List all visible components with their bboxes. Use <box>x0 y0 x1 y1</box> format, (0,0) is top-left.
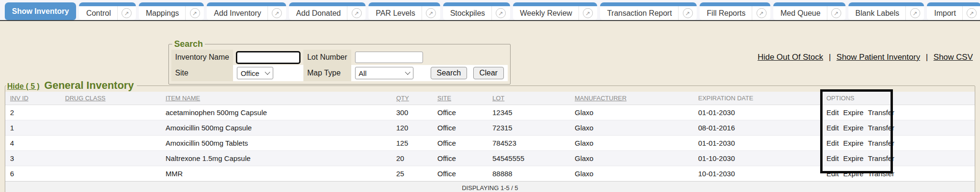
expire-link[interactable]: Expire <box>843 139 864 147</box>
cell-item-name: Amoxicillin 500mg Capsule <box>161 120 391 136</box>
edit-link[interactable]: Edit <box>826 154 839 162</box>
transfer-link[interactable]: Transfer <box>868 124 894 132</box>
tab-label: Import <box>927 9 962 18</box>
tab-control[interactable]: Control ↗ <box>79 2 136 20</box>
cell-item-name: acetaminophen 500mg Capsule <box>161 105 391 120</box>
transfer-link[interactable]: Transfer <box>868 154 894 162</box>
cell-item-name: Amoxicillin 500mg Tablets <box>161 136 391 151</box>
tab-label: Transaction Report <box>600 9 678 18</box>
cell-options: Edit Expire Transfer <box>822 166 975 181</box>
external-link-icon[interactable]: ↗ <box>827 6 846 20</box>
table-footer-row: DISPLAYING 1-5 / 5 <box>5 181 975 192</box>
tab-mappings[interactable]: Mappings ↗ <box>139 2 204 20</box>
expire-link[interactable]: Expire <box>843 108 864 117</box>
cell-drug-class <box>60 136 161 151</box>
column-header-options: OPTIONS <box>822 92 975 105</box>
tab-show-inventory[interactable]: Show Inventory <box>5 2 76 20</box>
cell-item-name: Naltrexone 1.5mg Capsule <box>161 151 391 166</box>
cell-drug-class <box>60 120 161 136</box>
inventory-table: INV ID DRUG CLASS ITEM NAME QTY SITE LOT… <box>5 92 975 192</box>
cell-expiration-date: 08-01-2016 <box>693 120 822 136</box>
transfer-link[interactable]: Transfer <box>868 108 894 117</box>
tab-blank-labels[interactable]: Blank Labels ↗ <box>848 2 924 20</box>
tab-transaction-report[interactable]: Transaction Report ↗ <box>600 2 697 20</box>
view-links: Hide Out Of Stock | Show Patient Invento… <box>757 53 973 62</box>
map-type-label: Map Type <box>303 65 351 81</box>
site-label: Site <box>171 65 233 81</box>
cell-expiration-date: 01-10-2030 <box>693 151 822 166</box>
cell-drug-class <box>60 151 161 166</box>
column-header-inv-id[interactable]: INV ID <box>5 92 60 105</box>
link-separator: | <box>829 53 831 62</box>
cell-site: Office <box>433 105 488 120</box>
hide-out-of-stock-link[interactable]: Hide Out Of Stock <box>757 53 823 62</box>
hide-section-link[interactable]: Hide ( 5 ) <box>7 82 40 91</box>
column-header-lot[interactable]: LOT <box>488 92 570 105</box>
transfer-link[interactable]: Transfer <box>868 139 894 147</box>
tab-label: Blank Labels <box>848 9 906 18</box>
show-csv-link[interactable]: Show CSV <box>934 53 973 62</box>
table-header-row: INV ID DRUG CLASS ITEM NAME QTY SITE LOT… <box>5 92 975 105</box>
lot-number-input[interactable] <box>355 52 423 63</box>
tab-par-levels[interactable]: PAR Levels ↗ <box>368 2 440 20</box>
column-header-manufacturer[interactable]: MANUFACTURER <box>570 92 693 105</box>
external-link-icon[interactable]: ↗ <box>186 6 204 20</box>
column-header-site[interactable]: SITE <box>433 92 488 105</box>
tab-weekly-review[interactable]: Weekly Review ↗ <box>513 2 597 20</box>
table-row: 6 MMR 25 Office 88888 Glaxo 10-01-2030 E… <box>5 166 975 181</box>
tab-cap <box>848 2 924 6</box>
expire-link[interactable]: Expire <box>843 170 864 178</box>
cell-manufacturer: Glaxo <box>570 166 693 181</box>
tab-fill-reports[interactable]: Fill Reports ↗ <box>700 2 770 20</box>
external-link-icon[interactable]: ↗ <box>118 6 136 20</box>
expire-link[interactable]: Expire <box>843 124 864 132</box>
chevron-down-icon <box>265 69 270 75</box>
cell-site: Office <box>433 120 488 136</box>
tab-add-inventory[interactable]: Add Inventory ↗ <box>207 2 286 20</box>
column-header-qty[interactable]: QTY <box>391 92 433 105</box>
transfer-link[interactable]: Transfer <box>868 170 894 178</box>
map-type-select[interactable]: All <box>355 67 413 79</box>
cell-inv-id: 3 <box>5 151 60 166</box>
cell-drug-class <box>60 166 161 181</box>
paging-status: DISPLAYING 1-5 / 5 <box>5 181 975 192</box>
cell-inv-id: 6 <box>5 166 60 181</box>
tab-med-queue[interactable]: Med Queue ↗ <box>773 2 846 20</box>
tab-label: Med Queue <box>773 9 827 18</box>
column-header-item-name[interactable]: ITEM NAME <box>161 92 391 105</box>
cell-qty: 25 <box>391 166 433 181</box>
search-button[interactable]: Search <box>431 67 468 79</box>
external-link-icon[interactable]: ↗ <box>347 6 366 20</box>
cell-lot: 72315 <box>488 120 570 136</box>
tab-label: Stockpiles <box>443 9 491 18</box>
clear-button[interactable]: Clear <box>473 67 504 79</box>
tab-import[interactable]: Import ↗ <box>927 2 980 20</box>
edit-link[interactable]: Edit <box>826 124 839 132</box>
tab-cap <box>700 2 770 6</box>
inventory-name-input[interactable] <box>237 52 300 63</box>
table-row: 3 Naltrexone 1.5mg Capsule 20 Office 545… <box>5 151 975 166</box>
external-link-icon[interactable]: ↗ <box>906 6 924 20</box>
external-link-icon[interactable]: ↗ <box>422 6 440 20</box>
edit-link[interactable]: Edit <box>826 170 839 178</box>
external-link-icon[interactable]: ↗ <box>268 6 286 20</box>
edit-link[interactable]: Edit <box>826 108 839 117</box>
cell-expiration-date: 10-01-2030 <box>693 166 822 181</box>
cell-manufacturer: Glaxo <box>570 136 693 151</box>
edit-link[interactable]: Edit <box>826 139 839 147</box>
tab-add-donated[interactable]: Add Donated ↗ <box>289 2 366 20</box>
show-patient-inventory-link[interactable]: Show Patient Inventory <box>836 53 920 62</box>
external-link-icon[interactable]: ↗ <box>579 6 597 20</box>
column-header-drug-class[interactable]: DRUG CLASS <box>60 92 161 105</box>
tab-label: Add Donated <box>289 9 347 18</box>
search-panel-title: Search <box>172 39 205 49</box>
expire-link[interactable]: Expire <box>843 154 864 162</box>
external-link-icon[interactable]: ↗ <box>752 6 770 20</box>
tab-label: Add Inventory <box>207 9 267 18</box>
external-link-icon[interactable]: ↗ <box>963 6 980 20</box>
external-link-icon[interactable]: ↗ <box>492 6 510 20</box>
external-link-icon[interactable]: ↗ <box>679 6 697 20</box>
tab-stockpiles[interactable]: Stockpiles ↗ <box>443 2 510 20</box>
general-inventory-section: Hide ( 5 ) General Inventory INV ID DRUG… <box>5 79 975 192</box>
site-select[interactable]: Office <box>237 67 273 79</box>
